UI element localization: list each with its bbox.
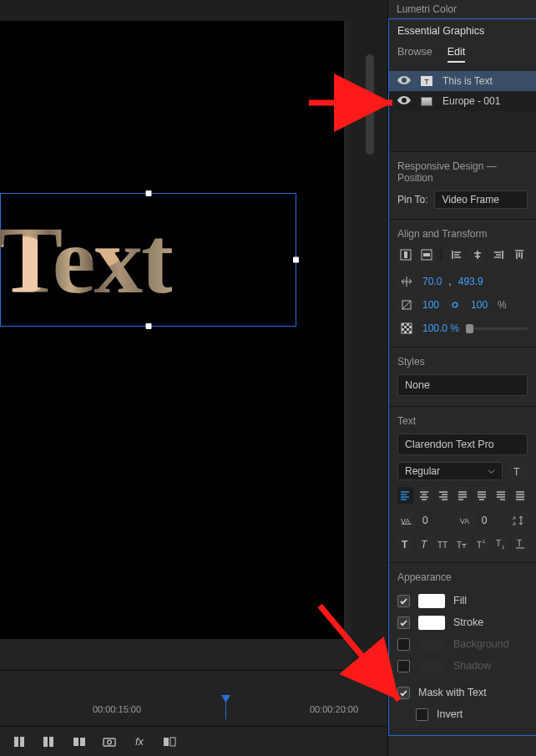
- svg-text:T: T: [421, 539, 428, 550]
- svg-text:VA: VA: [460, 517, 469, 525]
- svg-text:T: T: [477, 540, 482, 550]
- bbox-handle-right[interactable]: [293, 257, 299, 263]
- invert-row: Invert: [397, 703, 528, 725]
- svg-rect-9: [404, 251, 407, 258]
- layer-row[interactable]: Europe - 001: [389, 91, 536, 111]
- appearance-fill-row: Fill: [397, 590, 528, 611]
- faux-bold-icon[interactable]: T: [397, 535, 413, 552]
- align-left-icon[interactable]: [448, 246, 464, 263]
- bbox-handle-top[interactable]: [145, 190, 151, 196]
- superscript-icon[interactable]: T1: [473, 535, 489, 552]
- align-vertical-icon[interactable]: [418, 246, 434, 263]
- font-weight-dropdown[interactable]: Regular: [397, 462, 503, 480]
- svg-rect-4: [164, 738, 169, 746]
- fill-checkbox[interactable]: [397, 595, 410, 607]
- fill-color-swatch[interactable]: [418, 594, 445, 608]
- comparison-view-icon[interactable]: [162, 734, 177, 749]
- svg-text:TT: TT: [437, 540, 448, 550]
- svg-rect-0: [73, 738, 78, 746]
- svg-rect-11: [423, 253, 430, 256]
- font-family-dropdown[interactable]: Clarendon Text Pro: [397, 434, 528, 455]
- mask-with-text-checkbox[interactable]: [397, 687, 410, 699]
- position-x-value[interactable]: 70.0: [422, 276, 442, 287]
- tab-browse[interactable]: Browse: [397, 46, 432, 63]
- scale-icon[interactable]: [397, 297, 416, 313]
- visibility-eye-icon[interactable]: [397, 75, 411, 87]
- align-horizontal-icon[interactable]: [397, 246, 413, 263]
- text-justify-last-left-icon[interactable]: [455, 487, 471, 504]
- background-checkbox[interactable]: [397, 638, 410, 651]
- text-align-left-icon[interactable]: [397, 487, 413, 504]
- export-frame-icon[interactable]: [102, 734, 117, 749]
- mark-in-icon[interactable]: [12, 734, 27, 749]
- text-align-center-icon[interactable]: [417, 487, 432, 504]
- shadow-checkbox[interactable]: [397, 660, 410, 672]
- appearance-background-row: Background: [397, 633, 528, 655]
- viewer-scrollbar[interactable]: [366, 54, 374, 155]
- faux-italic-icon[interactable]: T: [417, 535, 432, 552]
- playhead[interactable]: [225, 696, 226, 719]
- stroke-checkbox[interactable]: [397, 616, 410, 629]
- align-top-icon[interactable]: [512, 246, 528, 263]
- panel-tab-lumetri[interactable]: Lumetri Color: [388, 0, 536, 18]
- eg-tabs: Browse Edit: [389, 39, 536, 71]
- kerning-value[interactable]: 0: [482, 515, 488, 526]
- svg-text:T: T: [402, 539, 408, 550]
- align-center-h-icon[interactable]: [469, 246, 485, 263]
- layer-row[interactable]: T This is Text: [389, 71, 536, 91]
- svg-rect-1: [80, 738, 85, 746]
- tracking-icon[interactable]: VA: [397, 512, 416, 529]
- small-caps-icon[interactable]: Tᴛ: [455, 535, 471, 552]
- section-align-transform: Align and Transform 70.0 , 493.9 100: [389, 219, 536, 347]
- masked-text-display: Text: [0, 212, 172, 308]
- stroke-color-swatch[interactable]: [418, 616, 445, 630]
- chevron-down-icon: [488, 468, 495, 475]
- position-icon[interactable]: [397, 273, 416, 290]
- svg-rect-5: [170, 738, 175, 746]
- align-right-icon[interactable]: [491, 246, 507, 263]
- mark-out-icon[interactable]: [42, 734, 57, 749]
- underline-icon[interactable]: T: [512, 535, 528, 552]
- text-align-right-icon[interactable]: [436, 487, 452, 504]
- shadow-color-swatch[interactable]: [418, 659, 445, 673]
- leading-icon[interactable]: AA: [509, 512, 528, 529]
- section-text: Text Clarendon Text Pro Regular T VA: [389, 406, 536, 562]
- scale-w-value[interactable]: 100: [422, 299, 439, 311]
- opacity-value[interactable]: 100.0 %: [422, 322, 459, 334]
- visibility-eye-icon[interactable]: [397, 95, 411, 107]
- all-caps-icon[interactable]: TT: [436, 535, 452, 552]
- scale-h-value[interactable]: 100: [471, 299, 488, 311]
- section-heading: Responsive Design — Position: [397, 160, 528, 184]
- svg-point-3: [108, 740, 112, 744]
- svg-text:T: T: [496, 539, 501, 548]
- tracking-value[interactable]: 0: [422, 515, 428, 526]
- svg-rect-2: [104, 738, 115, 746]
- position-y-value[interactable]: 493.9: [458, 276, 483, 287]
- text-layer-icon: T: [419, 76, 434, 86]
- pin-to-label: Pin To:: [397, 194, 427, 205]
- kerning-icon[interactable]: VA: [457, 512, 475, 529]
- font-size-scrubber[interactable]: T: [509, 463, 528, 479]
- invert-checkbox[interactable]: [416, 708, 428, 721]
- subscript-icon[interactable]: T1: [493, 535, 508, 552]
- tab-edit[interactable]: Edit: [448, 46, 466, 63]
- pin-to-dropdown[interactable]: Video Frame: [434, 190, 528, 209]
- background-color-swatch[interactable]: [418, 637, 445, 652]
- opacity-icon[interactable]: [397, 320, 416, 337]
- svg-text:T: T: [513, 466, 520, 477]
- text-justify-full-icon[interactable]: [512, 487, 528, 504]
- program-monitor-canvas[interactable]: Text: [0, 21, 344, 639]
- text-justify-last-center-icon[interactable]: [473, 487, 489, 504]
- svg-text:Tᴛ: Tᴛ: [457, 540, 467, 550]
- ruler-label: 00:00:20:00: [310, 704, 358, 714]
- section-heading: Align and Transform: [397, 228, 528, 240]
- selected-text-layer-bbox[interactable]: Text: [0, 193, 296, 327]
- fx-icon[interactable]: fx: [132, 734, 147, 749]
- bbox-handle-bottom[interactable]: [145, 323, 151, 329]
- insert-icon[interactable]: [72, 734, 87, 749]
- style-preset-dropdown[interactable]: None: [397, 374, 528, 396]
- opacity-slider[interactable]: [466, 327, 528, 330]
- text-justify-last-right-icon[interactable]: [493, 487, 508, 504]
- ruler-label: 00:00:15:00: [93, 704, 141, 714]
- scale-link-icon[interactable]: [446, 297, 464, 313]
